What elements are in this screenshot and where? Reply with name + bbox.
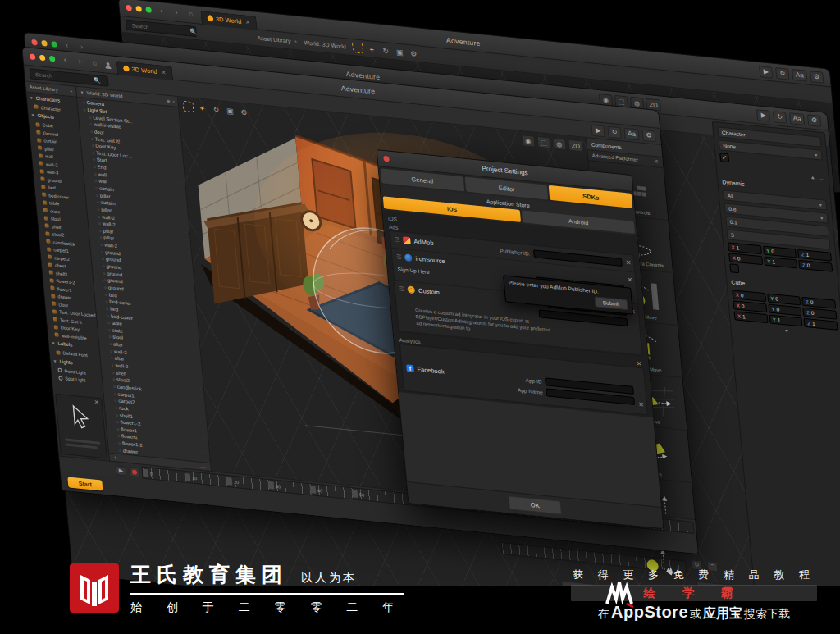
home-icon[interactable]: ⌂ [89,59,100,67]
tab-close-icon[interactable]: ✕ [245,19,251,26]
play-icon[interactable]: ▶ [759,66,773,79]
zoom-window-button[interactable] [49,56,56,62]
mode-2d-icon[interactable]: 2D [568,139,583,153]
globe-icon[interactable]: ◍ [552,138,566,151]
remove-sdk-icon[interactable]: ✕ [625,258,632,267]
window-controls[interactable] [126,5,152,13]
gear-icon[interactable]: ⚙ [807,114,821,127]
more-icon[interactable]: ⋯ [819,176,825,184]
keyframe-chip[interactable] [143,469,149,477]
move-tool-icon[interactable]: + [366,43,377,55]
settings-tool-icon[interactable]: ⚙ [408,48,419,59]
forward-icon[interactable]: › [75,57,85,66]
close-icon[interactable]: ✕ [94,399,100,407]
camera-icon[interactable]: ◉ [521,135,535,148]
keyframe-chip[interactable] [268,481,275,490]
rotate-tool-icon[interactable]: ↻ [380,45,391,57]
close-icon[interactable]: ✕ [654,158,660,166]
remove-sdk-icon[interactable]: ✕ [627,276,633,284]
text-tool-icon[interactable]: Aa [792,69,807,82]
drag-handle-icon[interactable]: ☰ [396,253,402,261]
z-field[interactable]: Z1 [804,318,838,331]
timeline-play-icon[interactable]: ▶ [115,465,126,476]
minimize-window-button[interactable] [39,55,46,62]
remove-sdk-icon[interactable]: ✕ [638,401,645,409]
drag-handle-icon[interactable]: ☰ [395,236,400,244]
timeline-mark[interactable]: 50 [351,488,394,503]
back-icon[interactable]: ‹ [62,42,72,50]
minimize-window-button[interactable] [135,6,142,12]
timeline-mark[interactable]: 40 [309,484,352,499]
play-icon[interactable]: ▶ [756,109,770,122]
visibility-icon[interactable]: ◉ [167,98,171,103]
rotate-tool-icon[interactable]: ↻ [210,103,221,115]
settings-tool-icon[interactable]: ⚙ [238,107,249,118]
add-node-icon[interactable]: + [113,454,117,460]
zoom-window-button[interactable] [145,7,152,13]
close-window-button[interactable] [126,5,132,11]
window-controls[interactable] [30,53,56,62]
gear-icon[interactable]: ⚙ [810,71,824,84]
timeline-mark[interactable]: 0 [142,468,185,482]
text-tool-icon[interactable]: Aa [624,127,640,140]
timeline-mark[interactable]: 20 [226,476,268,490]
y-field[interactable]: Y1 [764,256,798,268]
drag-handle-icon[interactable]: ☰ [399,285,404,293]
enabled-checkbox[interactable]: ✓ [719,153,729,162]
account-icon[interactable] [104,61,112,69]
text-tool-icon[interactable]: Aa [789,112,805,125]
keyframe-chip[interactable] [310,486,317,494]
zoom-window-button[interactable] [51,41,57,48]
gear-icon[interactable]: ⚙ [641,129,655,142]
node-type-icon: ○ [98,228,102,233]
tab-close-icon[interactable]: ✕ [161,69,167,76]
keyframe-chip[interactable] [185,473,191,481]
back-icon[interactable]: ‹ [60,56,71,64]
reload-icon[interactable]: ↻ [773,111,787,124]
minimize-window-button[interactable] [41,40,48,47]
z-field[interactable]: Z0 [799,260,833,272]
close-window-button[interactable] [30,53,36,60]
y-field[interactable]: Y1 [769,314,803,326]
signup-link[interactable]: Sign Up Here [397,266,430,275]
unchecked-checkbox[interactable]: ✓ [729,263,739,273]
search-input[interactable] [34,71,92,84]
forward-icon[interactable]: › [76,43,87,51]
add-asset-icon[interactable]: + [70,89,73,94]
select-tool-icon[interactable] [352,42,363,53]
dialog-close-button[interactable] [383,156,390,162]
keyframe-chip[interactable] [226,477,233,486]
remove-section-icon[interactable]: ✕ [636,359,642,367]
timeline-record-icon[interactable] [128,467,139,477]
outliner-header[interactable]: World: 3D World [304,39,346,49]
lock-icon[interactable]: ▪ [172,99,174,104]
ok-button[interactable]: OK [508,495,562,514]
search-input[interactable] [130,21,188,34]
brand-logo [70,563,119,613]
submit-button[interactable]: Submit [594,296,628,310]
x-field[interactable]: X1 [734,311,769,323]
reload-icon[interactable]: ↻ [608,125,622,139]
home-icon[interactable]: ⌂ [185,10,196,18]
collapse-icon[interactable]: ▲ [810,175,816,183]
timeline-mark[interactable]: 30 [267,480,310,495]
select-tool-icon[interactable] [182,101,194,112]
move-tool-icon[interactable]: + [196,102,208,113]
custom-icon [408,285,416,294]
window-controls[interactable] [31,39,57,48]
dialog-body: iOS Ads ☰ AdMob Publishe [382,210,653,417]
asset-library-header[interactable]: Asset Library + [257,35,298,45]
add-asset-icon[interactable]: + [294,39,298,44]
scale-tool-icon[interactable]: ▣ [224,105,235,116]
keyframe-chip[interactable] [352,490,358,498]
start-button[interactable]: Start [67,477,103,490]
play-icon[interactable]: ▶ [591,124,605,137]
scale-tool-icon[interactable]: ▣ [394,46,405,57]
close-window-button[interactable] [31,39,38,46]
scrollbar-handle[interactable]: — [200,463,207,470]
reload-icon[interactable]: ↻ [775,67,789,80]
forward-icon[interactable]: › [171,8,181,16]
snap-icon[interactable]: ⬚ [536,136,550,149]
timeline-mark[interactable]: 10 [184,472,226,486]
back-icon[interactable]: ‹ [156,7,167,16]
